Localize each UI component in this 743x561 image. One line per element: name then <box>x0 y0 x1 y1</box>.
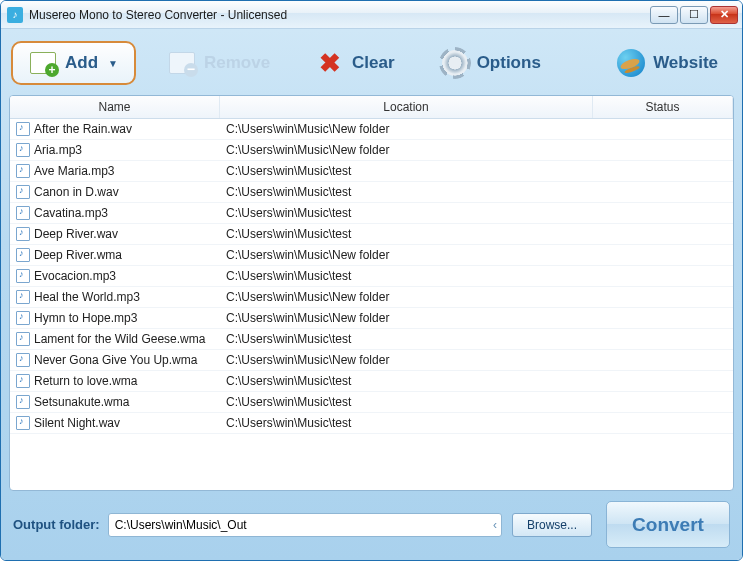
file-location: C:\Users\win\Music\test <box>220 374 593 388</box>
file-name: Ave Maria.mp3 <box>34 164 114 178</box>
file-name: Return to love.wma <box>34 374 137 388</box>
table-row[interactable]: Return to love.wmaC:\Users\win\Music\tes… <box>10 371 733 392</box>
file-location: C:\Users\win\Music\test <box>220 416 593 430</box>
remove-label: Remove <box>204 53 270 73</box>
options-label: Options <box>477 53 541 73</box>
list-body: After the Rain.wavC:\Users\win\Music\New… <box>10 119 733 490</box>
column-name[interactable]: Name <box>10 96 220 118</box>
table-row[interactable]: After the Rain.wavC:\Users\win\Music\New… <box>10 119 733 140</box>
file-name: Canon in D.wav <box>34 185 119 199</box>
file-name: Heal the World.mp3 <box>34 290 140 304</box>
file-location: C:\Users\win\Music\test <box>220 227 593 241</box>
file-name: Cavatina.mp3 <box>34 206 108 220</box>
table-row[interactable]: Hymn to Hope.mp3C:\Users\win\Music\New f… <box>10 308 733 329</box>
clear-input-icon[interactable]: ‹ <box>486 514 504 536</box>
file-name: Aria.mp3 <box>34 143 82 157</box>
audio-file-icon <box>16 164 30 178</box>
table-row[interactable]: Lament for the Wild Geese.wmaC:\Users\wi… <box>10 329 733 350</box>
bottom-bar: Output folder: ‹ Browse... Convert <box>9 491 734 552</box>
audio-file-icon <box>16 227 30 241</box>
app-icon: ♪ <box>7 7 23 23</box>
add-button[interactable]: Add ▼ <box>11 41 136 85</box>
file-list: Name Location Status After the Rain.wavC… <box>9 95 734 491</box>
file-location: C:\Users\win\Music\test <box>220 206 593 220</box>
audio-file-icon <box>16 332 30 346</box>
table-row[interactable]: Heal the World.mp3C:\Users\win\Music\New… <box>10 287 733 308</box>
audio-file-icon <box>16 290 30 304</box>
table-row[interactable]: Deep River.wmaC:\Users\win\Music\New fol… <box>10 245 733 266</box>
clear-icon: ✖ <box>316 49 344 77</box>
window-controls: — ☐ ✕ <box>650 6 738 24</box>
file-location: C:\Users\win\Music\test <box>220 395 593 409</box>
file-location: C:\Users\win\Music\New folder <box>220 290 593 304</box>
table-row[interactable]: Silent Night.wavC:\Users\win\Music\test <box>10 413 733 434</box>
toolbar: Add ▼ Remove ✖ Clear Options Website <box>9 37 734 95</box>
file-name: Deep River.wma <box>34 248 122 262</box>
audio-file-icon <box>16 185 30 199</box>
file-location: C:\Users\win\Music\New folder <box>220 122 593 136</box>
table-row[interactable]: Setsunakute.wmaC:\Users\win\Music\test <box>10 392 733 413</box>
dropdown-arrow-icon: ▼ <box>108 58 118 69</box>
file-location: C:\Users\win\Music\test <box>220 269 593 283</box>
add-icon <box>29 49 57 77</box>
file-name: Setsunakute.wma <box>34 395 129 409</box>
file-name: Never Gona Give You Up.wma <box>34 353 197 367</box>
audio-file-icon <box>16 311 30 325</box>
list-header: Name Location Status <box>10 96 733 119</box>
website-label: Website <box>653 53 718 73</box>
table-row[interactable]: Cavatina.mp3C:\Users\win\Music\test <box>10 203 733 224</box>
table-row[interactable]: Aria.mp3C:\Users\win\Music\New folder <box>10 140 733 161</box>
clear-button[interactable]: ✖ Clear <box>302 43 409 83</box>
add-label: Add <box>65 53 98 73</box>
audio-file-icon <box>16 143 30 157</box>
file-location: C:\Users\win\Music\New folder <box>220 143 593 157</box>
audio-file-icon <box>16 353 30 367</box>
table-row[interactable]: Evocacion.mp3C:\Users\win\Music\test <box>10 266 733 287</box>
convert-button[interactable]: Convert <box>606 501 730 548</box>
file-location: C:\Users\win\Music\New folder <box>220 248 593 262</box>
globe-icon <box>617 49 645 77</box>
audio-file-icon <box>16 416 30 430</box>
file-name: Deep River.wav <box>34 227 118 241</box>
table-row[interactable]: Never Gona Give You Up.wmaC:\Users\win\M… <box>10 350 733 371</box>
close-button[interactable]: ✕ <box>710 6 738 24</box>
gear-icon <box>441 49 469 77</box>
maximize-button[interactable]: ☐ <box>680 6 708 24</box>
audio-file-icon <box>16 395 30 409</box>
minimize-button[interactable]: — <box>650 6 678 24</box>
audio-file-icon <box>16 122 30 136</box>
window-title: Musereo Mono to Stereo Converter - Unlic… <box>29 8 650 22</box>
file-location: C:\Users\win\Music\test <box>220 332 593 346</box>
audio-file-icon <box>16 248 30 262</box>
remove-icon <box>168 49 196 77</box>
file-location: C:\Users\win\Music\test <box>220 164 593 178</box>
file-name: Hymn to Hope.mp3 <box>34 311 137 325</box>
clear-label: Clear <box>352 53 395 73</box>
browse-button[interactable]: Browse... <box>512 513 592 537</box>
table-row[interactable]: Canon in D.wavC:\Users\win\Music\test <box>10 182 733 203</box>
file-location: C:\Users\win\Music\test <box>220 185 593 199</box>
options-button[interactable]: Options <box>427 43 555 83</box>
audio-file-icon <box>16 206 30 220</box>
file-name: Silent Night.wav <box>34 416 120 430</box>
output-folder-input[interactable] <box>108 513 502 537</box>
file-location: C:\Users\win\Music\New folder <box>220 353 593 367</box>
audio-file-icon <box>16 374 30 388</box>
file-name: After the Rain.wav <box>34 122 132 136</box>
file-name: Evocacion.mp3 <box>34 269 116 283</box>
content-area: Add ▼ Remove ✖ Clear Options Website Nam… <box>1 29 742 560</box>
output-folder-label: Output folder: <box>13 517 100 532</box>
column-location[interactable]: Location <box>220 96 593 118</box>
table-row[interactable]: Deep River.wavC:\Users\win\Music\test <box>10 224 733 245</box>
file-location: C:\Users\win\Music\New folder <box>220 311 593 325</box>
remove-button[interactable]: Remove <box>154 43 284 83</box>
titlebar[interactable]: ♪ Musereo Mono to Stereo Converter - Unl… <box>1 1 742 29</box>
audio-file-icon <box>16 269 30 283</box>
column-status[interactable]: Status <box>593 96 733 118</box>
table-row[interactable]: Ave Maria.mp3C:\Users\win\Music\test <box>10 161 733 182</box>
website-button[interactable]: Website <box>603 43 732 83</box>
file-name: Lament for the Wild Geese.wma <box>34 332 205 346</box>
